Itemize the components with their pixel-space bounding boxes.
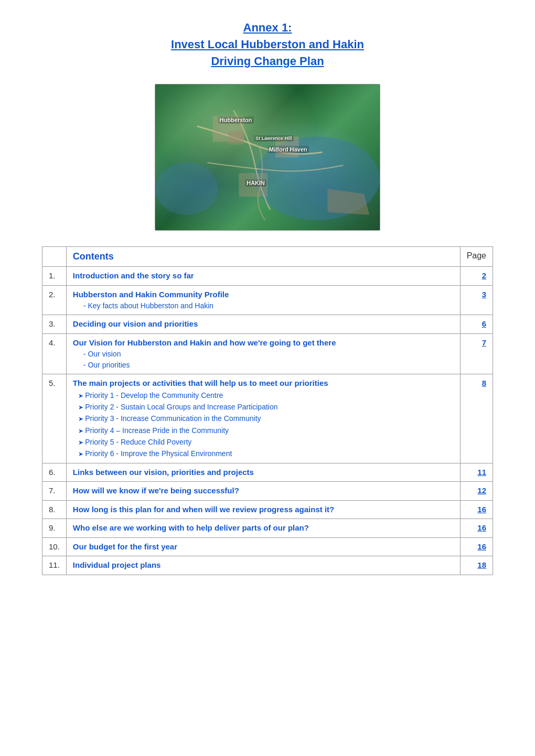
sub-item: - Key facts about Hubberston and Hakin [73,300,454,311]
row-page: 16 [460,500,493,519]
table-row: 4.Our Vision for Hubberston and Hakin an… [42,333,493,374]
row-page: 7 [460,333,493,374]
row-content: Individual project plans [66,556,460,575]
row-page: 2 [460,267,493,286]
row-content: Links between our vision, priorities and… [66,463,460,482]
map-label-stlawrence: St Lawrence Hill [254,135,294,142]
row-page: 11 [460,463,493,482]
row-content: Deciding our vision and priorities [66,315,460,334]
map-label-hubberston: Hubberston [218,116,254,124]
table-row: 8.How long is this plan for and when wil… [42,500,493,519]
row-number: 2. [42,285,67,315]
map-container: Hubberston St Lawrence Hill Milford Have… [42,84,493,231]
table-header-contents: Contents [66,247,460,267]
arrow-item: Priority 4 – Increase Pride in the Commu… [73,425,454,436]
row-page: 16 [460,537,493,556]
table-header-page: Page [460,247,493,267]
table-row: 2.Hubberston and Hakin Community Profile… [42,285,493,315]
table-row: 10.Our budget for the first year16 [42,537,493,556]
row-number: 1. [42,267,67,286]
row-content: Our Vision for Hubberston and Hakin and … [66,333,460,374]
table-row: 1.Introduction and the story so far2 [42,267,493,286]
row-number: 9. [42,519,67,538]
row-page: 8 [460,374,493,463]
row-number: 7. [42,482,67,501]
row-number: 8. [42,500,67,519]
arrow-item: Priority 3 - Increase Communication in t… [73,413,454,424]
row-number: 5. [42,374,67,463]
svg-rect-3 [228,132,244,145]
arrow-item: Priority 2 - Sustain Local Groups and In… [73,401,454,413]
table-row: 5.The main projects or activities that w… [42,374,493,463]
table-row: 6.Links between our vision, priorities a… [42,463,493,482]
row-content: The main projects or activities that wil… [66,374,460,463]
row-content: How long is this plan for and when will … [66,500,460,519]
row-number: 10. [42,537,67,556]
aerial-map: Hubberston St Lawrence Hill Milford Have… [155,84,380,231]
row-content: Who else are we working with to help del… [66,519,460,538]
contents-table: Contents Page 1.Introduction and the sto… [42,246,493,575]
arrow-item: Priority 5 - Reduce Child Poverty [73,436,454,448]
row-page: 16 [460,519,493,538]
header-section: Annex 1: Invest Local Hubberston and Hak… [42,21,493,68]
sub-item: - Our priorities [73,360,454,371]
row-content: Hubberston and Hakin Community Profile- … [66,285,460,315]
arrow-item: Priority 6 - Improve the Physical Enviro… [73,448,454,459]
table-header-num [42,247,67,267]
map-label-hakin: HAKIN [245,179,266,187]
row-number: 11. [42,556,67,575]
table-row: 7.How will we know if we're being succes… [42,482,493,501]
table-row: 9.Who else are we working with to help d… [42,519,493,538]
row-page: 18 [460,556,493,575]
arrow-item: Priority 1 - Develop the Community Centr… [73,390,454,401]
table-row: 11.Individual project plans18 [42,556,493,575]
row-page: 12 [460,482,493,501]
table-row: 3.Deciding our vision and priorities6 [42,315,493,334]
row-page: 3 [460,285,493,315]
invest-local-title: Invest Local Hubberston and Hakin [42,38,493,51]
annex-title: Annex 1: [42,21,493,35]
sub-item: - Our vision [73,349,454,360]
row-content: Our budget for the first year [66,537,460,556]
row-number: 3. [42,315,67,334]
row-number: 6. [42,463,67,482]
row-content: How will we know if we're being successf… [66,482,460,501]
driving-change-title: Driving Change Plan [42,55,493,68]
map-label-milford: Milford Haven [268,146,309,153]
row-content: Introduction and the story so far [66,267,460,286]
row-number: 4. [42,333,67,374]
row-page: 6 [460,315,493,334]
